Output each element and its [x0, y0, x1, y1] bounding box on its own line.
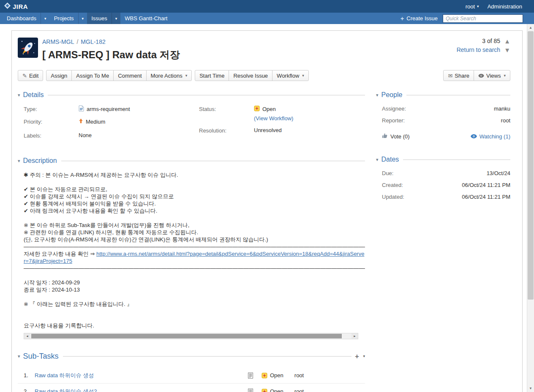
watching-label: Watching (1) [480, 133, 510, 140]
scroll-down-icon[interactable]: ▼ [527, 385, 534, 392]
subtask-summary-link[interactable]: Raw data 하위이슈 생성 [35, 372, 248, 379]
view-workflow-link[interactable]: (View Workflow) [254, 115, 293, 122]
subtask-row: 1. Raw data 하위이슈 생성 Open root [18, 368, 365, 384]
collapse-icon[interactable]: ▾ [18, 354, 20, 359]
collapse-icon[interactable]: ▾ [18, 158, 20, 164]
subtask-summary-link[interactable]: Raw data 하위이슈 생성2 [35, 388, 248, 392]
assign-button[interactable]: Assign [46, 70, 72, 81]
nav-wbs-gantt[interactable]: WBS Gantt-Chart [120, 13, 172, 24]
scroll-right-button[interactable]: ► [351, 333, 358, 339]
share-button[interactable]: ✉ Share [443, 70, 474, 81]
collapse-icon[interactable]: ▾ [376, 92, 379, 98]
next-issue-icon[interactable]: ▼ [504, 47, 510, 53]
chevron-down-icon: ▾ [185, 73, 188, 78]
previous-issue-icon[interactable]: ▲ [504, 38, 510, 44]
vertical-scrollbar-thumb[interactable] [528, 31, 534, 300]
status-value: Open [262, 106, 276, 112]
breadcrumb-separator: / [76, 38, 78, 45]
edit-label: Edit [29, 73, 38, 79]
type-label: Type: [24, 105, 79, 112]
vertical-scrollbar[interactable]: ▲ ▼ [527, 24, 534, 392]
watching-link[interactable]: Watching (1) [471, 133, 510, 140]
description-link-line: 자세한 요구사항 내용 확인 ⇒ http://www.a-rms.net/ar… [24, 250, 365, 265]
breadcrumb-issue-key-link[interactable]: MGL-182 [81, 38, 105, 45]
user-menu-label: root [466, 3, 475, 10]
subtask-options-icon[interactable]: ▾ [363, 354, 365, 358]
description-notice: ✱ 주의 : 본 이슈는 A-RMS에서 제공하는 요구사항 이슈 입니다. [24, 171, 365, 178]
link-prefix: 자세한 요구사항 내용 확인 ⇒ [24, 251, 96, 257]
description-heading: Description [23, 157, 57, 165]
workflow-button[interactable]: Workflow▾ [272, 70, 309, 81]
subtasks-heading: Sub-Tasks [23, 352, 59, 361]
add-subtask-icon[interactable]: + [355, 353, 359, 360]
chevron-down-icon: ▾ [302, 73, 304, 78]
jira-logo-icon [4, 3, 11, 10]
reporter-label: Reporter: [382, 117, 405, 124]
description-start-date: 시작 일자 : 2024-09-29 [24, 279, 365, 286]
due-label: Due: [382, 170, 393, 176]
resolve-issue-label: Resolve Issue [233, 73, 268, 79]
create-issue-button[interactable]: + Create Issue [400, 15, 438, 22]
description-check-3: ✔ 현황 통계에서 배제되어 불이익을 받을 수 있습니다. [24, 200, 365, 207]
chevron-down-icon: ▾ [477, 5, 479, 8]
more-actions-button[interactable]: More Actions▾ [146, 70, 192, 81]
assignee-value[interactable]: manku [494, 105, 510, 112]
issue-header: ARMS-MGL/MGL-182 [ ARMS-REQ ] Raw data 저… [17, 38, 510, 62]
nav-dashboards-dropdown[interactable]: ▾ [41, 13, 50, 24]
views-button[interactable]: Views ▾ [474, 70, 510, 81]
jira-logo[interactable]: JIRA [4, 3, 28, 10]
subtask-status-icon [262, 373, 267, 378]
resolution-label: Resolution: [199, 127, 254, 134]
nav-projects[interactable]: Projects ▾ [50, 13, 87, 24]
blank-line [24, 293, 365, 300]
comment-label: Comment [118, 73, 142, 79]
assign-to-me-button[interactable]: Assign To Me [71, 70, 114, 81]
nav-dashboards-label[interactable]: Dashboards [3, 13, 41, 24]
breadcrumb: ARMS-MGL/MGL-182 [42, 38, 180, 45]
administration-link[interactable]: Administration [488, 3, 522, 10]
subtask-assignee: root [294, 372, 304, 378]
details-section: ▾ Details Type: arms-requirement [18, 91, 365, 144]
scroll-up-icon[interactable]: ▲ [527, 24, 534, 31]
nav-dashboards[interactable]: Dashboards ▾ [3, 13, 50, 24]
thumbs-up-icon [382, 133, 388, 140]
horizontal-scrollbar-thumb[interactable] [31, 334, 342, 338]
pencil-icon: ✎ [22, 73, 27, 78]
priority-value: Medium [86, 119, 105, 125]
project-avatar[interactable] [18, 38, 38, 58]
horizontal-scrollbar[interactable]: ◄ ► [24, 333, 358, 339]
nav-projects-label[interactable]: Projects [50, 13, 78, 24]
scroll-left-button[interactable]: ◄ [24, 333, 30, 339]
breadcrumb-project-link[interactable]: ARMS-MGL [42, 38, 74, 45]
user-menu[interactable]: root ▾ [466, 3, 479, 10]
start-time-button[interactable]: Start Time [195, 70, 229, 81]
return-to-search-link[interactable]: Return to search [457, 46, 501, 53]
section-divider [61, 161, 365, 161]
main-navigation: Dashboards ▾ Projects ▾ Issues ▾ WBS Gan… [0, 13, 534, 24]
nav-projects-dropdown[interactable]: ▾ [78, 13, 87, 24]
blank-line [24, 308, 365, 315]
issue-card: ARMS-MGL/MGL-182 [ ARMS-REQ ] Raw data 저… [11, 30, 523, 392]
resolve-issue-button[interactable]: Resolve Issue [229, 70, 272, 81]
nav-issues-dropdown[interactable]: ▾ [112, 13, 121, 24]
issue-toolbar: ✎ Edit Assign Assign To Me Comment More … [17, 70, 510, 81]
nav-issues-label[interactable]: Issues [87, 13, 112, 24]
nav-wbs-gantt-label[interactable]: WBS Gantt-Chart [120, 13, 172, 24]
comment-button[interactable]: Comment [113, 70, 146, 81]
reporter-value[interactable]: root [501, 117, 510, 124]
vote-link[interactable]: Vote (0) [382, 133, 410, 140]
subtask-number: 2. [24, 388, 35, 392]
collapse-icon[interactable]: ▾ [18, 92, 20, 98]
subtasks-section: ▾ Sub-Tasks + ▾ 1. Raw data 하위이슈 생성 [18, 352, 365, 392]
edit-button[interactable]: ✎ Edit [18, 70, 43, 81]
quick-search-input[interactable] [443, 14, 523, 23]
description-check-4: ✔ 아래 링크에서 요구사항 내용을 확인 할 수 있습니다. [24, 207, 365, 214]
description-note-3: (단, 요구사항 이슈(A-RMS에서 제공한 이슈)간 연결(LINK)은 통… [24, 236, 365, 243]
description-end-date: 종료 일자 : 2024-10-13 [24, 286, 365, 293]
description-note-1: ※ 본 이슈 하위로 Sub-Task를 만들어서 개발(업무)을 진행 하시거… [24, 222, 365, 229]
dates-section: ▾ Dates Due: 13/Oct/24 Created: 06/Oct/2… [376, 156, 510, 200]
start-time-label: Start Time [199, 73, 224, 79]
nav-issues[interactable]: Issues ▾ [87, 13, 120, 24]
collapse-icon[interactable]: ▾ [376, 157, 379, 162]
updated-label: Updated: [382, 194, 404, 200]
